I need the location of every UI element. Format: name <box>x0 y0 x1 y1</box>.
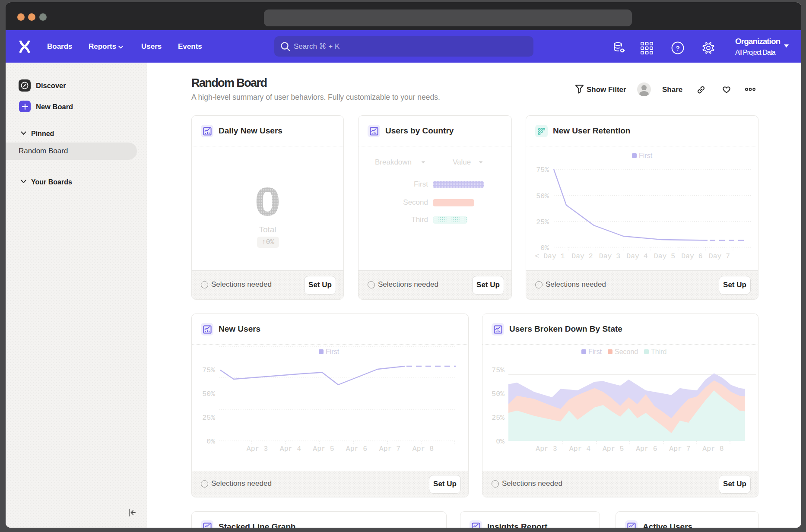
svg-text:First: First <box>326 348 340 355</box>
svg-text:Third: Third <box>651 348 666 355</box>
svg-text:Apr 3: Apr 3 <box>247 445 268 453</box>
svg-text:Apr 7: Apr 7 <box>379 445 401 453</box>
svg-text:Apr 6: Apr 6 <box>636 445 657 453</box>
svg-text:Apr 5: Apr 5 <box>313 445 334 453</box>
svg-text:< Day 1: < Day 1 <box>535 252 565 260</box>
svg-text:Day 7: Day 7 <box>709 252 730 260</box>
svg-text:Apr 8: Apr 8 <box>702 445 724 453</box>
svg-text:Day 3: Day 3 <box>599 252 621 260</box>
svg-text:75%: 75% <box>536 166 549 174</box>
svg-text:Day 4: Day 4 <box>626 252 648 260</box>
svg-text:25%: 25% <box>536 218 549 226</box>
svg-text:?: ? <box>676 44 679 52</box>
svg-text:25%: 25% <box>492 414 505 422</box>
svg-text:50%: 50% <box>536 192 549 200</box>
svg-text:0%: 0% <box>206 437 215 446</box>
svg-text:Day 2: Day 2 <box>571 252 593 260</box>
svg-text:0%: 0% <box>540 244 549 252</box>
svg-text:Apr 8: Apr 8 <box>413 445 434 453</box>
svg-text:Apr 5: Apr 5 <box>603 445 624 453</box>
svg-text:75%: 75% <box>202 366 215 374</box>
svg-text:50%: 50% <box>202 390 215 398</box>
svg-text:First: First <box>639 152 653 159</box>
svg-text:First: First <box>588 348 602 355</box>
svg-text:25%: 25% <box>202 414 215 422</box>
svg-text:Apr 4: Apr 4 <box>569 445 591 453</box>
svg-text:Day 6: Day 6 <box>681 252 703 260</box>
svg-text:0%: 0% <box>496 437 505 446</box>
svg-text:Apr 3: Apr 3 <box>536 445 557 453</box>
svg-text:75%: 75% <box>492 366 505 374</box>
svg-text:50%: 50% <box>492 390 505 398</box>
svg-text:Apr 4: Apr 4 <box>280 445 301 453</box>
svg-text:Apr 6: Apr 6 <box>346 445 368 453</box>
svg-text:Apr 7: Apr 7 <box>669 445 691 453</box>
svg-text:Second: Second <box>615 348 638 355</box>
svg-text:Day 5: Day 5 <box>654 252 676 260</box>
